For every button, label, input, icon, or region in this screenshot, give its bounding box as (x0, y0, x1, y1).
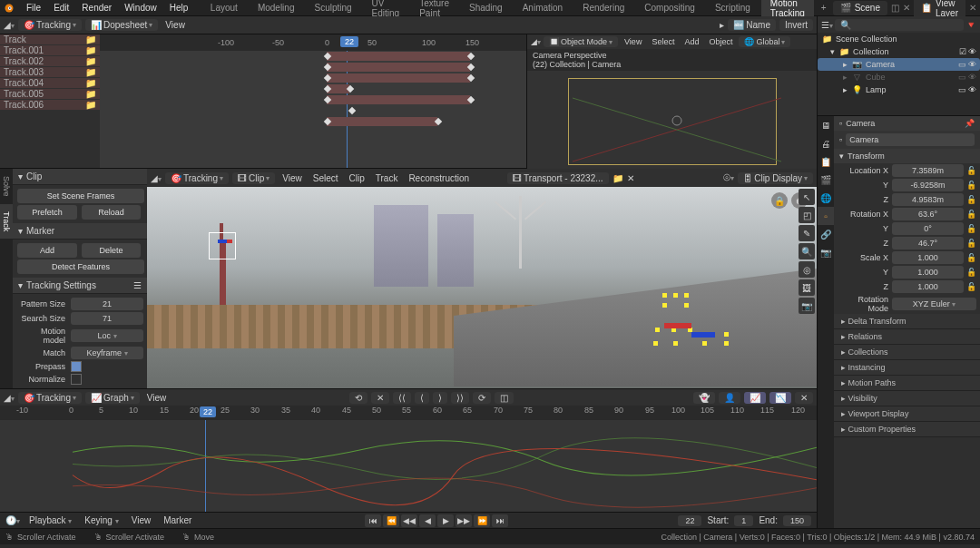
graph-btn[interactable]: ⟨ (415, 392, 429, 404)
scale-z-field[interactable]: 1.000 (892, 280, 964, 293)
visibility-icon[interactable]: 👁 (968, 73, 976, 82)
sort-arrow-icon[interactable]: ▸ (720, 20, 724, 30)
editor-type-icon[interactable]: ◢▾ (151, 173, 162, 183)
lock-icon[interactable]: 🔓 (965, 281, 976, 292)
outliner-item-lamp[interactable]: ▸💡 Lamp ▭👁 (818, 83, 980, 96)
lock-icon[interactable]: 🔓 (965, 267, 976, 278)
clip-file-field[interactable]: 🎞 Transport - 23232... (507, 172, 608, 184)
graph-btn[interactable]: ✕ (371, 392, 389, 404)
viewport-3d[interactable] (527, 71, 817, 171)
menu-window[interactable]: Window (118, 3, 163, 13)
panel-custom-properties[interactable]: ▸ Custom Properties (834, 422, 980, 437)
scale-x-field[interactable]: 1.000 (892, 251, 964, 264)
workspace-tab[interactable]: Animation (514, 1, 572, 15)
filter-icon[interactable]: 🔻 (965, 20, 976, 30)
graph-btn[interactable]: ⟳ (473, 392, 491, 404)
end-frame-field[interactable]: 150 (783, 515, 811, 526)
rotation-z-field[interactable]: 46.7° (892, 237, 964, 250)
lock-icon[interactable]: 🔓 (965, 165, 976, 176)
menu-marker[interactable]: Marker (160, 515, 195, 525)
lock-icon[interactable]: 🔓 (965, 180, 976, 191)
graph-ruler[interactable]: -10 0 5 10 15 20 25 30 35 40 45 50 55 60… (0, 406, 817, 420)
menu-playback[interactable]: Playback ▾ (25, 515, 75, 525)
graph-btn[interactable]: ⟩ (433, 392, 447, 404)
workspace-tab[interactable]: Shading (460, 1, 512, 15)
sort-select[interactable]: 🔤 Name (728, 19, 776, 31)
restrict-icon[interactable]: ▭ (958, 73, 966, 82)
editor-type-icon[interactable]: 🕐▾ (5, 515, 20, 525)
menu-select[interactable]: Select (648, 37, 678, 46)
clip-mode-select[interactable]: 🎞 Clip▾ (232, 172, 275, 184)
editor-type-icon[interactable]: ☰▾ (821, 20, 833, 30)
panel-instancing[interactable]: ▸ Instancing (834, 360, 980, 376)
menu-clip[interactable]: Clip (346, 173, 368, 183)
tool-annotate-icon[interactable]: ✎ (799, 225, 815, 241)
playhead-badge[interactable]: 22 (200, 406, 216, 417)
filter-icon[interactable]: ✕ (795, 392, 813, 404)
set-scene-frames-button[interactable]: Set Scene Frames (17, 189, 144, 203)
delete-marker-button[interactable]: Delete (82, 243, 142, 258)
menu-add[interactable]: Add (681, 37, 702, 46)
scale-y-field[interactable]: 1.000 (892, 266, 964, 279)
prefetch-button[interactable]: Prefetch (17, 205, 77, 220)
outliner-scene-collection[interactable]: 📁 Scene Collection (818, 33, 980, 45)
mode-select[interactable]: 🔲 Object Mode▾ (544, 36, 618, 47)
graph-mode-select[interactable]: 📈 Graph▾ (85, 392, 140, 404)
outliner-item-cube[interactable]: ▸▽ Cube ▭👁 (818, 71, 980, 83)
track-row[interactable]: Track.003📁 (0, 67, 100, 78)
location-z-field[interactable]: 4.9583m (892, 193, 964, 206)
menu-view[interactable]: View (279, 173, 306, 183)
pivot-icon[interactable]: ⦾▾ (723, 172, 734, 183)
file-clear-icon[interactable]: ✕ (627, 173, 634, 183)
menu-file[interactable]: File (20, 3, 47, 13)
tab-world-icon[interactable]: 🌐 (818, 189, 834, 207)
graph-canvas[interactable] (0, 420, 817, 512)
scene-new-icon[interactable]: ◫ (891, 3, 899, 13)
menu-edit[interactable]: Edit (47, 3, 75, 13)
track-row[interactable]: Track.005📁 (0, 89, 100, 100)
workspace-tab[interactable]: Scripting (706, 1, 760, 15)
track-row[interactable]: Track📁 (0, 34, 100, 45)
rotation-y-field[interactable]: 0° (892, 222, 964, 235)
jump-end-icon[interactable]: ⏭ (492, 514, 508, 527)
scene-field[interactable]: 🎬 Scene (833, 1, 887, 15)
tool-mask-icon[interactable]: ◎ (799, 261, 815, 278)
motion-model-select[interactable]: Loc ▾ (71, 329, 143, 342)
visibility-icon[interactable]: 👁 (968, 85, 976, 94)
editor-type-icon[interactable]: ◢▾ (4, 20, 15, 30)
graph-btn[interactable]: ⟨⟨ (393, 392, 411, 404)
filter-icon[interactable]: 👻 (693, 392, 715, 404)
location-x-field[interactable]: 7.3589m (892, 164, 964, 177)
reload-button[interactable]: Reload (82, 205, 142, 220)
lock-icon[interactable]: 🔓 (965, 209, 976, 220)
menu-help[interactable]: Help (163, 3, 195, 13)
playhead-badge[interactable]: 22 (340, 36, 358, 47)
outliner-search[interactable]: 🔍 (835, 19, 964, 31)
workspace-tab[interactable]: Compositing (635, 1, 704, 15)
prepass-checkbox[interactable] (71, 361, 82, 372)
location-y-field[interactable]: -6.9258m (892, 179, 964, 191)
next-frame-icon[interactable]: ▶▶ (456, 514, 472, 527)
menu-render[interactable]: Render (75, 3, 118, 13)
track-row[interactable]: Track.002📁 (0, 56, 100, 67)
tab-data-icon[interactable]: 📷 (818, 243, 834, 261)
filter-icon[interactable]: 👤 (719, 392, 740, 404)
graph-btn[interactable]: ◫ (495, 392, 514, 404)
current-frame-field[interactable]: 22 (678, 515, 701, 526)
tab-object-icon[interactable]: ▫ (818, 207, 834, 225)
tab-scene-icon[interactable]: 🎬 (818, 171, 834, 189)
track-row[interactable]: Track.006📁 (0, 100, 100, 111)
lock-icon[interactable]: 🔓 (965, 223, 976, 234)
visibility-icon[interactable]: 👁 (968, 47, 976, 56)
tool-select-icon[interactable]: ◰ (799, 207, 815, 223)
rotation-mode-select[interactable]: XYZ Euler ▾ (892, 298, 976, 310)
play-reverse-icon[interactable]: ◀ (419, 514, 436, 527)
menu-view[interactable]: View (143, 393, 171, 403)
editor-type-icon[interactable]: ◢▾ (531, 37, 541, 46)
tab-solve[interactable]: Solve (0, 169, 13, 204)
exclude-checkbox[interactable]: ☑ (959, 47, 966, 56)
panel-marker-header[interactable]: ▾ Marker (13, 223, 147, 240)
editor-type-icon[interactable]: ◢▾ (4, 393, 15, 403)
restrict-icon[interactable]: ▭ (958, 85, 966, 94)
panel-relations[interactable]: ▸ Relations (834, 329, 980, 345)
